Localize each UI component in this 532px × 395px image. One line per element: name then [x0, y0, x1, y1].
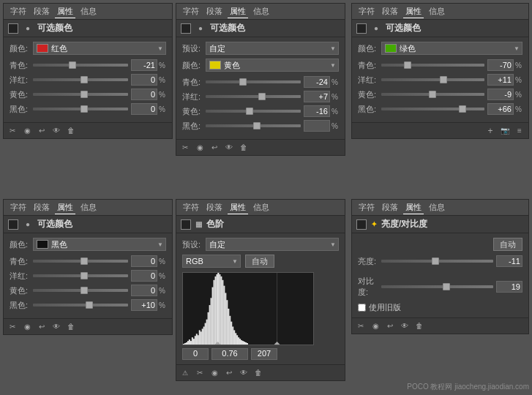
black-slider-tr[interactable]: [381, 103, 484, 115]
cyan-slider-tl[interactable]: [33, 59, 128, 71]
tab-info-br[interactable]: 信息: [427, 201, 447, 214]
tab-attr-bl[interactable]: 属性: [55, 201, 75, 214]
levels-max-input-bm[interactable]: 207: [251, 348, 277, 360]
cyan-slider-bl[interactable]: [33, 255, 128, 267]
black-slider-tm[interactable]: [206, 120, 301, 132]
close-icon-tr[interactable]: [356, 23, 367, 34]
tab-char-tl[interactable]: 字符: [8, 5, 29, 18]
close-icon-bl[interactable]: [8, 219, 18, 230]
tab-info-bl[interactable]: 信息: [78, 201, 99, 214]
tab-para-bl[interactable]: 段落: [31, 201, 52, 214]
magenta-slider-tm[interactable]: [206, 91, 301, 102]
trash-icon-tl[interactable]: 🗑: [65, 125, 77, 137]
undo-icon-tl[interactable]: ↩: [36, 125, 48, 137]
circle-icon-tm[interactable]: ◉: [194, 142, 206, 154]
magenta-value-tm[interactable]: +7: [304, 91, 330, 102]
tab-info-tl[interactable]: 信息: [78, 5, 99, 18]
tab-para-tm[interactable]: 段落: [204, 5, 225, 18]
trash-icon-bm[interactable]: 🗑: [252, 367, 264, 379]
scissors-icon-tl[interactable]: ✂: [7, 125, 18, 137]
scissors-icon-bl[interactable]: ✂: [7, 321, 18, 333]
color-select-tl[interactable]: 红色 ▼: [33, 42, 166, 55]
cyan-value-bl[interactable]: 0: [131, 255, 157, 267]
color-select-tm[interactable]: 黄色 ▼: [206, 59, 339, 72]
eye-icon-tm[interactable]: ●: [195, 23, 206, 34]
magenta-value-tr[interactable]: +11: [487, 74, 514, 86]
scissors-icon-br[interactable]: ✂: [355, 320, 367, 332]
yellow-slider-tl[interactable]: [33, 89, 128, 100]
levels-mid-input-bm[interactable]: 0.76: [211, 348, 248, 360]
tab-char-tr[interactable]: 字符: [356, 5, 377, 18]
undo-icon-tm[interactable]: ↩: [209, 142, 220, 154]
black-value-bl[interactable]: +10: [131, 299, 157, 311]
circle-icon-tl[interactable]: ◉: [21, 125, 33, 137]
black-value-tr[interactable]: +66: [487, 103, 514, 115]
tab-para-bm[interactable]: 段落: [204, 201, 225, 214]
auto-btn-bm[interactable]: 自动: [245, 255, 274, 268]
menu-icon-tr[interactable]: ≡: [514, 125, 525, 137]
yellow-value-bl[interactable]: 0: [131, 285, 157, 296]
circle-icon-br[interactable]: ◉: [370, 320, 381, 332]
eye-toolbar-icon-tl[interactable]: 👁: [50, 125, 62, 137]
eye-icon-bl[interactable]: ●: [23, 219, 33, 230]
eye-toolbar-icon-br[interactable]: 👁: [399, 320, 411, 332]
auto-btn-br[interactable]: 自动: [493, 238, 522, 251]
close-icon-br[interactable]: [356, 219, 367, 230]
tab-attr-bm[interactable]: 属性: [228, 201, 248, 214]
brightness-value-br[interactable]: -11: [496, 255, 522, 267]
undo-icon-br[interactable]: ↩: [384, 320, 396, 332]
tab-para-tr[interactable]: 段落: [380, 5, 400, 18]
eye-toolbar-icon-bl[interactable]: 👁: [50, 321, 62, 333]
cyan-slider-tm[interactable]: [206, 76, 301, 88]
rgb-select-bm[interactable]: RGB ▼: [182, 255, 241, 268]
magenta-value-bl[interactable]: 0: [131, 270, 157, 282]
close-icon-bm[interactable]: [181, 219, 191, 230]
circle-icon-bm[interactable]: ◉: [209, 367, 220, 379]
levels-min-input-bm[interactable]: 0: [182, 348, 209, 360]
yellow-value-tl[interactable]: 0: [131, 89, 157, 100]
tab-para-tl[interactable]: 段落: [31, 5, 52, 18]
tab-attr-tl[interactable]: 属性: [55, 5, 75, 18]
undo-icon-bl[interactable]: ↩: [36, 321, 48, 333]
yellow-value-tr[interactable]: -9: [487, 89, 514, 100]
tab-info-tr[interactable]: 信息: [427, 5, 447, 18]
tab-info-bm[interactable]: 信息: [251, 201, 271, 214]
tab-char-bm[interactable]: 字符: [181, 201, 201, 214]
black-value-tm[interactable]: [304, 120, 330, 132]
black-value-tl[interactable]: 0: [131, 103, 157, 115]
magenta-slider-bl[interactable]: [33, 270, 128, 282]
trash-icon-tm[interactable]: 🗑: [238, 142, 250, 154]
eye-toolbar-icon-bm[interactable]: 👁: [238, 367, 250, 379]
tab-attr-br[interactable]: 属性: [403, 201, 424, 214]
tab-char-tm[interactable]: 字符: [181, 5, 201, 18]
eye-icon-tr[interactable]: ●: [371, 23, 381, 34]
magenta-slider-tl[interactable]: [33, 74, 128, 86]
preset-select-tm[interactable]: 自定 ▼: [206, 42, 339, 55]
cyan-slider-tr[interactable]: [381, 59, 484, 71]
black-slider-bl[interactable]: [33, 299, 128, 311]
tab-attr-tr[interactable]: 属性: [403, 5, 424, 18]
eyedropper-icon-bm[interactable]: ⚠: [179, 367, 191, 379]
contrast-value-br[interactable]: 19: [496, 281, 522, 293]
yellow-slider-tm[interactable]: [206, 105, 301, 117]
tab-info-tm[interactable]: 信息: [251, 5, 271, 18]
magenta-value-tl[interactable]: 0: [131, 74, 157, 86]
brightness-slider-br[interactable]: [381, 255, 493, 267]
legacy-checkbox-br[interactable]: [358, 304, 366, 312]
preset-select-bm[interactable]: 自定 ▼: [206, 238, 339, 251]
tab-char-br[interactable]: 字符: [356, 201, 377, 214]
scissors-icon-bm[interactable]: ✂: [194, 367, 206, 379]
tab-attr-tm[interactable]: 属性: [228, 5, 248, 18]
plus-icon-tr[interactable]: +: [484, 125, 496, 137]
tab-para-br[interactable]: 段落: [380, 201, 400, 214]
contrast-slider-br[interactable]: [381, 281, 493, 293]
trash-icon-bl[interactable]: 🗑: [65, 321, 77, 333]
circle-icon-bl[interactable]: ◉: [21, 321, 33, 333]
cyan-value-tm[interactable]: -24: [304, 76, 330, 88]
close-icon-tm[interactable]: [181, 23, 191, 34]
camera-icon-tr[interactable]: 📷: [499, 125, 511, 137]
black-slider-tl[interactable]: [33, 103, 128, 115]
color-select-tr[interactable]: 绿色 ▼: [381, 42, 522, 55]
color-select-bl[interactable]: 黑色 ▼: [33, 238, 166, 251]
eye-toolbar-icon-tm[interactable]: 👁: [223, 142, 235, 154]
